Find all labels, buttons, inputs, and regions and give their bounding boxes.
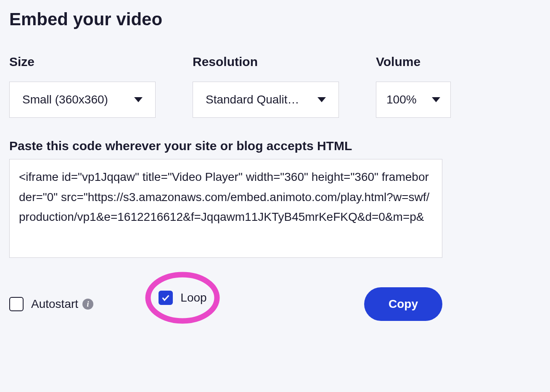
bottom-row: Autostart i Loop Copy (9, 287, 442, 321)
size-select[interactable]: Small (360x360) (9, 82, 156, 118)
resolution-value: Standard Quality (... (206, 93, 305, 106)
caret-down-icon (432, 97, 440, 102)
controls-row: Size Small (360x360) Resolution Standard… (9, 55, 541, 118)
size-label: Size (9, 55, 156, 69)
loop-annotation-container: Loop (144, 270, 222, 325)
code-label: Paste this code wherever your site or bl… (9, 139, 541, 153)
volume-label: Volume (376, 55, 451, 69)
caret-down-icon (317, 97, 326, 102)
autostart-group: Autostart i (9, 297, 93, 311)
loop-label: Loop (180, 291, 206, 305)
autostart-label: Autostart (31, 297, 78, 311)
resolution-control-group: Resolution Standard Quality (... (193, 55, 339, 118)
loop-checkbox-group[interactable]: Loop (159, 291, 206, 305)
size-value: Small (360x360) (22, 93, 108, 106)
copy-button[interactable]: Copy (364, 287, 442, 321)
resolution-select[interactable]: Standard Quality (... (193, 82, 339, 118)
volume-select[interactable]: 100% (376, 82, 451, 118)
resolution-label: Resolution (193, 55, 339, 69)
page-title: Embed your video (9, 9, 541, 29)
autostart-checkbox-group[interactable]: Autostart (9, 297, 78, 311)
info-icon[interactable]: i (82, 299, 93, 310)
volume-control-group: Volume 100% (376, 55, 451, 118)
embed-code-textarea[interactable]: <iframe id="vp1Jqqaw" title="Video Playe… (9, 159, 442, 258)
caret-down-icon (134, 97, 143, 102)
autostart-checkbox[interactable] (9, 297, 24, 311)
volume-value: 100% (386, 93, 417, 106)
loop-checkbox[interactable] (159, 291, 173, 305)
size-control-group: Size Small (360x360) (9, 55, 156, 118)
